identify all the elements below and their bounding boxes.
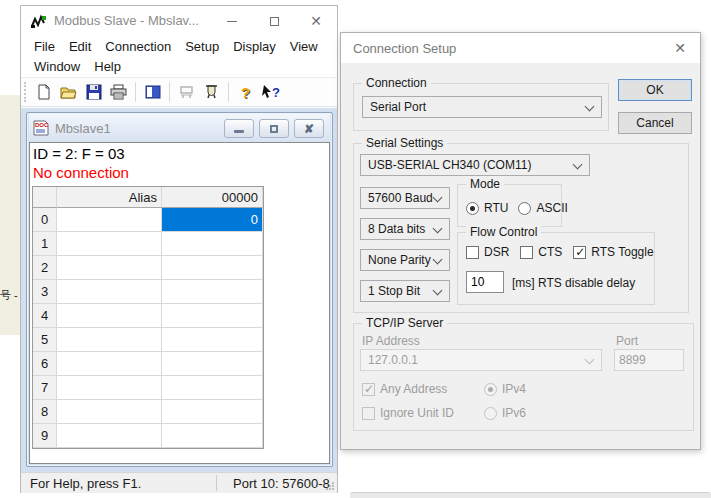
- row-header[interactable]: 0: [33, 208, 57, 232]
- serial-port-select[interactable]: USB-SERIAL CH340 (COM11): [360, 154, 590, 176]
- row-header[interactable]: 5: [33, 328, 57, 352]
- slave-id-function: ID = 2: F = 03: [33, 144, 328, 163]
- value-cell[interactable]: [162, 256, 263, 280]
- value-cell[interactable]: [162, 352, 263, 376]
- menu-display[interactable]: Display: [226, 39, 283, 54]
- grid-corner-header[interactable]: [33, 187, 57, 208]
- alias-cell[interactable]: [57, 328, 162, 352]
- open-icon[interactable]: [56, 80, 81, 104]
- status-separator: [216, 475, 217, 491]
- print-icon[interactable]: [106, 80, 131, 104]
- flow-checkbox-row: DSR CTS RTS Toggle: [466, 245, 654, 259]
- table-row: 00: [33, 208, 263, 232]
- menu-window[interactable]: Window: [27, 59, 87, 74]
- new-icon[interactable]: [31, 80, 56, 104]
- menu-file[interactable]: File: [27, 39, 62, 54]
- ok-button[interactable]: OK: [618, 79, 692, 101]
- alias-cell[interactable]: [57, 232, 162, 256]
- alias-cell[interactable]: [57, 400, 162, 424]
- menu-connection[interactable]: Connection: [98, 39, 178, 54]
- resize-grip[interactable]: [325, 481, 335, 491]
- toolbar-grip[interactable]: [24, 82, 27, 102]
- row-header[interactable]: 8: [33, 400, 57, 424]
- stop-bits-select[interactable]: 1 Stop Bit: [360, 280, 450, 302]
- minimize-icon[interactable]: [215, 8, 249, 34]
- table-row: 8: [33, 400, 263, 424]
- value-cell-selected[interactable]: 0: [162, 208, 263, 232]
- chevron-down-icon: [585, 355, 595, 365]
- cts-checkbox[interactable]: [520, 246, 533, 259]
- value-cell[interactable]: [162, 328, 263, 352]
- rts-delay-input[interactable]: [466, 271, 504, 293]
- child-restore-icon[interactable]: [259, 119, 289, 138]
- grid-header-row: Alias 00000: [33, 187, 263, 208]
- tcpip-server-label: TCP/IP Server: [362, 316, 447, 330]
- menu-edit[interactable]: Edit: [62, 39, 98, 54]
- alias-cell[interactable]: [57, 304, 162, 328]
- row-header[interactable]: 4: [33, 304, 57, 328]
- help-icon[interactable]: ?: [233, 80, 258, 104]
- connection-type-select[interactable]: Serial Port: [362, 96, 602, 118]
- grid-alias-header[interactable]: Alias: [57, 187, 162, 208]
- alias-cell[interactable]: [57, 256, 162, 280]
- ascii-radio[interactable]: [518, 202, 531, 215]
- row-header[interactable]: 9: [33, 424, 57, 448]
- status-port-text: Port 10: 57600-8: [233, 476, 333, 491]
- child-window-title: Mbslave1: [55, 121, 111, 136]
- menu-view[interactable]: View: [283, 39, 325, 54]
- row-header[interactable]: 7: [33, 376, 57, 400]
- cancel-button[interactable]: Cancel: [618, 112, 692, 134]
- status-pane: ID = 2: F = 03 No connection: [33, 144, 328, 182]
- value-cell[interactable]: [162, 280, 263, 304]
- menu-row-1: File Edit Connection Setup Display View: [21, 36, 337, 56]
- main-titlebar[interactable]: Modbus Slave - Mbslav... ✕: [21, 6, 337, 36]
- rtu-radio[interactable]: [466, 202, 479, 215]
- child-close-icon[interactable]: ✘: [294, 119, 324, 138]
- connection-setup-dialog: Connection Setup ✕ Connection Serial Por…: [340, 32, 701, 450]
- dsr-label: DSR: [484, 245, 509, 259]
- toolbar-separator: [169, 82, 170, 102]
- table-row: 5: [33, 328, 263, 352]
- alias-cell[interactable]: [57, 376, 162, 400]
- child-titlebar[interactable]: DOC Mbslave1 ✘: [29, 114, 330, 142]
- child-minimize-icon[interactable]: [224, 119, 254, 138]
- stop-bits-value: 1 Stop Bit: [368, 284, 420, 298]
- row-header[interactable]: 2: [33, 256, 57, 280]
- row-header[interactable]: 3: [33, 280, 57, 304]
- connect-icon[interactable]: [174, 80, 199, 104]
- rts-toggle-checkbox[interactable]: [573, 246, 586, 259]
- dsr-checkbox[interactable]: [466, 246, 479, 259]
- close-icon[interactable]: ✕: [299, 8, 333, 34]
- alias-cell[interactable]: [57, 424, 162, 448]
- menu-help[interactable]: Help: [87, 59, 128, 74]
- alias-cell[interactable]: [57, 280, 162, 304]
- dialog-close-icon[interactable]: ✕: [660, 33, 700, 63]
- ascii-label: ASCII: [536, 201, 567, 215]
- row-header[interactable]: 6: [33, 352, 57, 376]
- alias-cell[interactable]: [57, 352, 162, 376]
- save-icon[interactable]: [81, 80, 106, 104]
- context-help-icon[interactable]: ?: [258, 80, 283, 104]
- alias-cell[interactable]: [57, 208, 162, 232]
- data-bits-select[interactable]: 8 Data bits: [360, 218, 450, 240]
- value-cell[interactable]: [162, 304, 263, 328]
- menu-setup[interactable]: Setup: [178, 39, 226, 54]
- parity-select[interactable]: None Parity: [360, 249, 450, 271]
- dialog-titlebar[interactable]: Connection Setup ✕: [341, 33, 700, 63]
- table-row: 7: [33, 376, 263, 400]
- value-cell[interactable]: [162, 376, 263, 400]
- ignore-unit-id-row: Ignore Unit ID: [362, 406, 454, 420]
- grid-value-header[interactable]: 00000: [162, 187, 263, 208]
- display-setup-icon[interactable]: [140, 80, 165, 104]
- device-icon[interactable]: [199, 80, 224, 104]
- baud-rate-select[interactable]: 57600 Baud: [360, 187, 450, 209]
- value-cell[interactable]: [162, 424, 263, 448]
- ipv6-radio: [484, 407, 497, 420]
- maximize-icon[interactable]: [257, 8, 291, 34]
- parity-value: None Parity: [368, 253, 431, 267]
- value-cell[interactable]: [162, 400, 263, 424]
- ipv6-label: IPv6: [502, 406, 526, 420]
- toolbar-separator: [135, 82, 136, 102]
- value-cell[interactable]: [162, 232, 263, 256]
- row-header[interactable]: 1: [33, 232, 57, 256]
